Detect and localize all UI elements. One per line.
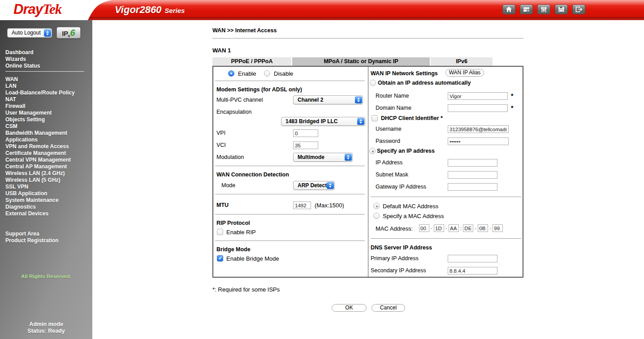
- sidebar-item-applications[interactable]: Applications: [5, 137, 75, 143]
- sidebar-item-load-balance-route-policy[interactable]: Load-Balance/Route Policy: [5, 90, 75, 96]
- sidebar-item-external-devices[interactable]: External Devices: [5, 210, 75, 217]
- wan-title: WAN 1: [212, 47, 231, 54]
- brand-tek: Tek: [43, 1, 61, 17]
- ip-address-input[interactable]: [448, 159, 497, 167]
- required-asterisk: *: [511, 92, 513, 100]
- sidebar-divider: [5, 71, 84, 72]
- sidebar-item-wireless-lan-2-4-ghz[interactable]: Wireless LAN (2.4 GHz): [5, 170, 75, 177]
- secondary-dns-input[interactable]: [448, 267, 497, 275]
- password-input[interactable]: [448, 137, 509, 145]
- mpoa-settings-form: Enable Disable Modem Settings (for ADSL …: [212, 66, 523, 278]
- sidebar-item-certificate-management[interactable]: Certificate Management: [5, 150, 75, 157]
- status-panel-icon[interactable]: [520, 4, 533, 14]
- mac-octet-input-0[interactable]: [419, 224, 429, 232]
- dns-server-heading: DNS Server IP Address: [371, 245, 432, 251]
- required-asterisk: *: [511, 104, 513, 112]
- sidebar-item-usb-application[interactable]: USB Application: [5, 190, 75, 197]
- sidebar-item-ssl-vpn[interactable]: SSL VPN: [5, 184, 75, 190]
- mac-separator: ·: [475, 225, 476, 232]
- disable-label: Disable: [274, 70, 293, 77]
- enable-radio[interactable]: [228, 70, 234, 77]
- vci-input[interactable]: [293, 142, 318, 149]
- settings-sliders-icon[interactable]: [537, 4, 550, 14]
- tab-ipv6[interactable]: IPv6: [431, 57, 493, 66]
- mac-octet-input-2[interactable]: [449, 224, 459, 232]
- wan-ip-alias-button[interactable]: WAN IP Alias: [445, 69, 484, 77]
- enable-rip-checkbox[interactable]: [217, 229, 223, 235]
- vpi-input[interactable]: [293, 129, 318, 137]
- mode-select[interactable]: ARP Detect: [293, 181, 335, 190]
- sidebar-item-objects-setting[interactable]: Objects Setting: [5, 116, 75, 123]
- sidebar-item-nat[interactable]: NAT: [5, 96, 75, 103]
- modulation-label: Modulation: [216, 154, 244, 161]
- enable-bridge-mode-checkbox[interactable]: [217, 255, 223, 262]
- brand-logo: DrayTek: [13, 1, 61, 17]
- sidebar-item-wizards[interactable]: Wizards: [5, 56, 40, 63]
- gateway-ip-input[interactable]: [448, 183, 497, 191]
- subnet-mask-label: Subnet Mask: [376, 171, 408, 179]
- divider: [215, 214, 365, 215]
- mac-octet-input-5[interactable]: [493, 224, 503, 232]
- modulation-select[interactable]: Multimode: [293, 153, 353, 162]
- specify-mac-radio[interactable]: [373, 213, 380, 219]
- tab-bar: PPPoE / PPPoA MPoA / Static or Dynamic I…: [212, 57, 493, 66]
- sidebar-item-product-registration[interactable]: Product Registration: [5, 237, 59, 244]
- sidebar-item-central-ap-management[interactable]: Central AP Management: [5, 163, 75, 170]
- save-icon[interactable]: [555, 4, 568, 14]
- mac-octet-input-1[interactable]: [434, 224, 444, 232]
- home-icon[interactable]: [502, 4, 515, 14]
- default-mac-radio[interactable]: [373, 203, 380, 209]
- sidebar-item-bandwidth-management[interactable]: Bandwidth Management: [5, 130, 75, 137]
- domain-name-label: Domain Name: [376, 104, 411, 112]
- subnet-mask-input[interactable]: [448, 171, 497, 179]
- encapsulation-select[interactable]: 1483 Bridged IP LLC: [281, 117, 365, 126]
- logout-icon[interactable]: [572, 4, 585, 14]
- sidebar-item-wireless-lan-5-ghz[interactable]: Wireless LAN (5 GHz): [5, 177, 75, 184]
- primary-dns-input[interactable]: [448, 255, 497, 262]
- multi-pvc-select[interactable]: Channel 2: [293, 95, 363, 104]
- sidebar-item-lan[interactable]: LAN: [5, 83, 75, 90]
- sidebar-item-diagnostics[interactable]: Diagnostics: [5, 204, 75, 210]
- sidebar-item-dashboard[interactable]: Dashboard: [5, 49, 40, 56]
- encapsulation-label: Encapsulation: [216, 108, 252, 116]
- sidebar-item-support-area[interactable]: Support Area: [5, 231, 59, 237]
- tab-mpoa-static-dynamic-ip[interactable]: MPoA / Static or Dynamic IP: [292, 57, 430, 66]
- multi-pvc-value: Channel 2: [298, 96, 323, 104]
- mode-value: ARP Detect: [298, 181, 327, 189]
- sidebar-menu-top: DashboardWizardsOnline Status: [5, 49, 40, 69]
- domain-name-input[interactable]: [448, 104, 508, 112]
- specify-ip-radio[interactable]: [369, 148, 376, 154]
- sidebar-item-firewall[interactable]: Firewall: [5, 103, 75, 110]
- username-input[interactable]: [448, 125, 509, 133]
- mtu-input[interactable]: [293, 202, 311, 209]
- mac-octet-input-4[interactable]: [478, 224, 488, 232]
- divider: [215, 194, 365, 194]
- sidebar-item-central-vpn-management[interactable]: Central VPN Management: [5, 157, 75, 163]
- disable-radio[interactable]: [264, 70, 270, 77]
- multi-pvc-label: Multi-PVC channel: [216, 96, 263, 104]
- ipv6-button[interactable]: IPv6: [56, 27, 81, 39]
- model-title: Vigor2860Series: [115, 4, 185, 16]
- vci-label: VCI: [216, 142, 226, 149]
- sidebar-item-system-maintenance[interactable]: System Maintenance: [5, 197, 75, 204]
- router-name-input[interactable]: [448, 92, 508, 100]
- sidebar-item-csm[interactable]: CSM: [5, 123, 75, 130]
- tab-pppoe-pppoa[interactable]: PPPoE / PPPoA: [212, 57, 291, 66]
- modem-settings-heading: Modem Settings (for ADSL only): [216, 86, 302, 93]
- sidebar-item-vpn-and-remote-access[interactable]: VPN and Remote Access: [5, 143, 75, 150]
- specify-ip-label: Specify an IP address: [377, 147, 435, 155]
- dhcp-client-identifier-checkbox[interactable]: [372, 115, 378, 121]
- mac-octet-input-3[interactable]: [463, 224, 473, 232]
- obtain-ip-radio[interactable]: [370, 80, 376, 86]
- ok-button[interactable]: OK: [332, 304, 367, 312]
- select-stepper-icon: [355, 96, 362, 103]
- specify-mac-label: Specify a MAC Address: [383, 212, 444, 220]
- cancel-button[interactable]: Cancel: [372, 304, 405, 312]
- sidebar-item-wan[interactable]: WAN: [5, 76, 75, 83]
- bridge-mode-heading: Bridge Mode: [216, 246, 251, 253]
- password-label: Password: [376, 137, 400, 145]
- auto-logout-select[interactable]: Auto Logout: [7, 28, 52, 38]
- divider: [371, 238, 521, 239]
- sidebar-item-user-management[interactable]: User Management: [5, 110, 75, 116]
- sidebar-item-online-status[interactable]: Online Status: [5, 63, 40, 69]
